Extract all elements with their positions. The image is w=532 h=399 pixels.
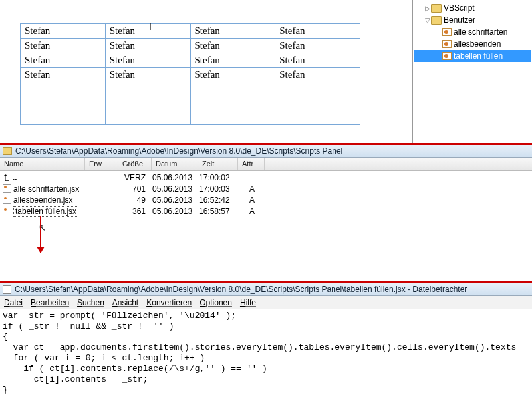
jsx-file-icon xyxy=(3,207,11,215)
col-name[interactable]: Name xyxy=(0,158,85,170)
tree-item-allesbeenden[interactable]: allesbeenden xyxy=(414,38,531,50)
menu-konvertieren[interactable]: Konvertieren xyxy=(146,298,192,307)
viewer-menubar: Datei Bearbeiten Suchen Ansicht Konverti… xyxy=(0,296,532,309)
menu-ansicht[interactable]: Ansicht xyxy=(112,298,138,307)
text-cursor-icon: I xyxy=(149,21,152,32)
file-row-selected[interactable]: tabellen füllen.jsx 361 05.06.2013 16:58… xyxy=(0,205,532,217)
col-time[interactable]: Zeit xyxy=(198,158,238,170)
file-row-parent[interactable]: ⮤.. VERZ 05.06.2013 17:00:02 xyxy=(0,172,532,183)
path-label: C:\Users\Stefan\AppData\Roaming\Adobe\In… xyxy=(15,146,342,156)
jsx-file-icon xyxy=(3,184,11,193)
script-icon xyxy=(442,40,452,48)
collapse-icon[interactable]: ▽ xyxy=(424,17,431,24)
tree-item-benutzer[interactable]: ▽Benutzer xyxy=(414,14,531,26)
viewer-path-label: C:\Users\Stefan\AppData\Roaming\Adobe\In… xyxy=(15,285,467,294)
menu-hilfe[interactable]: Hilfe xyxy=(240,298,256,307)
scripts-panel: ▷VBScript ▽Benutzer alle schriftarten al… xyxy=(412,0,532,143)
script-icon xyxy=(442,28,452,36)
file-row[interactable]: allesbeenden.jsx 49 05.06.2013 16:52:42 … xyxy=(0,194,532,205)
menu-bearbeiten[interactable]: Bearbeiten xyxy=(31,298,69,307)
folder-icon xyxy=(431,4,442,13)
up-icon: ⮤ xyxy=(3,173,11,182)
jsx-file-icon xyxy=(3,196,11,204)
file-manager-titlebar: C:\Users\Stefan\AppData\Roaming\Adobe\In… xyxy=(0,145,532,158)
script-icon xyxy=(442,52,452,60)
folder-icon xyxy=(3,147,12,155)
col-attr[interactable]: Attr xyxy=(238,158,265,170)
tree-item-alle-schriftarten[interactable]: alle schriftarten xyxy=(414,26,531,38)
col-size[interactable]: Größe xyxy=(118,158,152,170)
menu-datei[interactable]: Datei xyxy=(4,298,23,307)
document-icon xyxy=(3,285,11,294)
col-erw[interactable]: Erw xyxy=(85,158,118,170)
column-headers[interactable]: Name Erw Größe Datum Zeit Attr xyxy=(0,158,532,171)
indesign-document-area[interactable]: I StefanStefanStefanStefan StefanStefanS… xyxy=(0,0,412,143)
folder-icon xyxy=(431,16,442,25)
tree-item-vbscript[interactable]: ▷VBScript xyxy=(414,2,531,14)
expand-icon[interactable]: ▷ xyxy=(424,5,431,12)
file-viewer-pane: C:\Users\Stefan\AppData\Roaming\Adobe\In… xyxy=(0,283,532,395)
file-manager-pane: C:\Users\Stefan\AppData\Roaming\Adobe\In… xyxy=(0,145,532,283)
viewer-titlebar: C:\Users\Stefan\AppData\Roaming\Adobe\In… xyxy=(0,283,532,296)
annotation-arrow xyxy=(40,216,41,253)
menu-suchen[interactable]: Suchen xyxy=(77,298,104,307)
document-table[interactable]: StefanStefanStefanStefan StefanStefanSte… xyxy=(20,23,360,125)
tree-item-tabellen-fuellen[interactable]: tabellen füllen xyxy=(414,50,531,62)
menu-optionen[interactable]: Optionen xyxy=(200,298,232,307)
file-row[interactable]: alle schriftarten.jsx 701 05.06.2013 17:… xyxy=(0,183,532,194)
code-content[interactable]: var _str = prompt( 'Füllzeichen', '\u201… xyxy=(0,309,532,395)
table-cell[interactable]: Stefan xyxy=(21,24,106,39)
col-date[interactable]: Datum xyxy=(152,158,198,170)
